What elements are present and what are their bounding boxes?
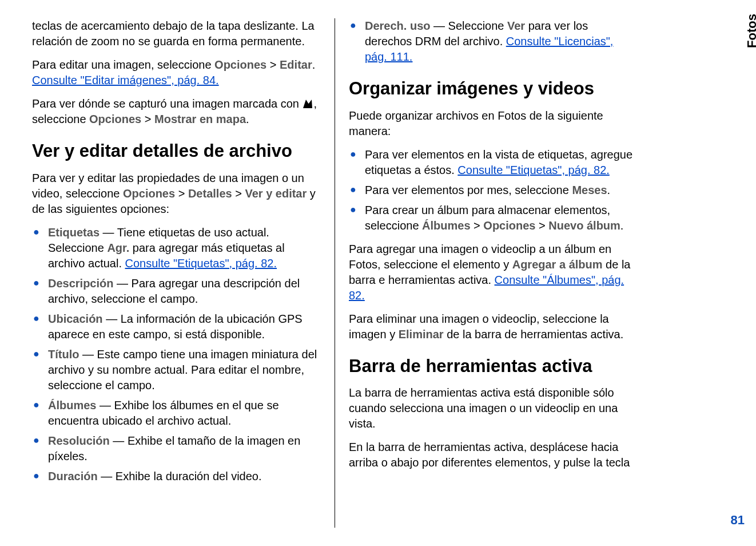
- para: Para eliminar una imagen o videoclip, se…: [349, 311, 638, 342]
- text: Para ver elementos por mes, seleccione: [365, 184, 572, 196]
- ui-label: Eliminar: [399, 328, 444, 341]
- item-label: Duración: [48, 470, 98, 482]
- ui-label: Mostrar en mapa: [154, 113, 246, 125]
- item-label: Etiquetas: [48, 226, 100, 239]
- item-label: Título: [48, 348, 79, 361]
- ui-label: Nuevo álbum: [548, 219, 620, 232]
- list-item: Para ver elementos por mes, seleccione M…: [349, 183, 638, 198]
- ui-label: Álbumes: [422, 219, 470, 232]
- text: .: [246, 113, 249, 125]
- ui-label: Opciones: [89, 113, 141, 125]
- page-sidebar: Fotos 81: [716, 0, 745, 546]
- ui-label: Opciones: [123, 187, 175, 200]
- para: Puede organizar archivos en Fotos de la …: [349, 108, 638, 139]
- para: Para editar una imagen, seleccione Opcio…: [32, 57, 321, 88]
- text: — Seleccione: [430, 19, 507, 32]
- text: — Exhibe la duración del video.: [98, 470, 262, 482]
- list-item: Álbumes — Exhibe los álbumes en el que s…: [32, 398, 321, 429]
- text: >: [232, 187, 245, 200]
- list-item: Descripción — Para agregar una descripci…: [32, 276, 321, 307]
- para: La barra de herramientas activa está dis…: [349, 385, 638, 432]
- list-item: Resolución — Exhibe el tamaño de la imag…: [32, 433, 321, 464]
- text: .: [620, 219, 624, 232]
- ui-label: Opciones: [214, 58, 266, 71]
- item-label: Ubicación: [48, 312, 103, 325]
- text: Para ver dónde se capturó una imagen mar…: [32, 97, 303, 110]
- item-label: Resolución: [48, 434, 110, 447]
- ui-label: Ver: [507, 19, 525, 32]
- item-label: Derech. uso: [365, 19, 430, 32]
- para: Para ver y editar las propiedades de una…: [32, 171, 321, 217]
- para: Para agregar una imagen o videoclip a un…: [349, 242, 638, 303]
- ui-label: Opciones: [483, 219, 535, 232]
- text: >: [141, 113, 154, 125]
- text: de la barra de herramientas activa.: [444, 328, 624, 341]
- organize-list: Para ver elementos en la vista de etique…: [349, 147, 638, 234]
- list-item: Para crear un álbum para almacenar eleme…: [349, 203, 638, 234]
- section-tab: Fotos: [745, 14, 756, 48]
- heading-organizar: Organizar imágenes y videos: [349, 78, 638, 99]
- list-item: Derech. uso — Seleccione Ver para ver lo…: [349, 18, 638, 65]
- list-item: Ubicación — La información de la ubicaci…: [32, 311, 321, 342]
- list-item: Duración — Exhibe la duración del video.: [32, 469, 321, 484]
- link-etiquetas[interactable]: Consulte "Etiquetas", pág. 82.: [457, 164, 609, 176]
- text: Para editar una imagen, seleccione: [32, 58, 214, 71]
- para: Para ver dónde se capturó una imagen mar…: [32, 96, 321, 127]
- ui-label: Meses: [572, 184, 607, 196]
- link-editar-imagenes[interactable]: Consulte "Editar imágenes", pág. 84.: [32, 74, 219, 86]
- text: >: [471, 219, 484, 232]
- ui-label: Agr.: [107, 242, 129, 254]
- heading-ver-editar: Ver y editar detalles de archivo: [32, 141, 321, 161]
- detail-options-list-cont: Derech. uso — Seleccione Ver para ver lo…: [349, 18, 638, 65]
- link-etiquetas[interactable]: Consulte "Etiquetas", pág. 82.: [125, 257, 277, 270]
- list-item: Etiquetas — Tiene etiquetas de uso actua…: [32, 225, 321, 271]
- page: teclas de acercamiento debajo de la tapa…: [0, 0, 756, 546]
- text: >: [175, 187, 188, 200]
- ui-label: Editar: [280, 58, 312, 71]
- detail-options-list: Etiquetas — Tiene etiquetas de uso actua…: [32, 225, 321, 484]
- heading-barra: Barra de herramientas activa: [349, 356, 638, 377]
- column-left: teclas de acercamiento debajo de la tapa…: [32, 18, 335, 528]
- ui-label: Detalles: [188, 187, 232, 200]
- page-number: 81: [731, 513, 745, 528]
- column-right: Derech. uso — Seleccione Ver para ver lo…: [335, 18, 638, 528]
- list-item: Para ver elementos en la vista de etique…: [349, 147, 638, 178]
- para: En la barra de herramientas activa, desp…: [349, 440, 638, 470]
- geotag-icon: [303, 98, 313, 109]
- text: — Este campo tiene una imagen miniatura …: [48, 348, 317, 391]
- text: .: [312, 58, 316, 71]
- list-item: Título — Este campo tiene una imagen min…: [32, 347, 321, 393]
- columns: teclas de acercamiento debajo de la tapa…: [0, 0, 756, 546]
- ui-label: Agregar a álbum: [512, 258, 603, 271]
- item-label: Descripción: [48, 277, 113, 290]
- text: >: [266, 58, 280, 71]
- text: >: [535, 219, 548, 232]
- item-label: Álbumes: [48, 399, 96, 412]
- ui-label: Ver y editar: [245, 187, 307, 200]
- text: .: [607, 184, 611, 196]
- para: teclas de acercamiento debajo de la tapa…: [32, 18, 321, 49]
